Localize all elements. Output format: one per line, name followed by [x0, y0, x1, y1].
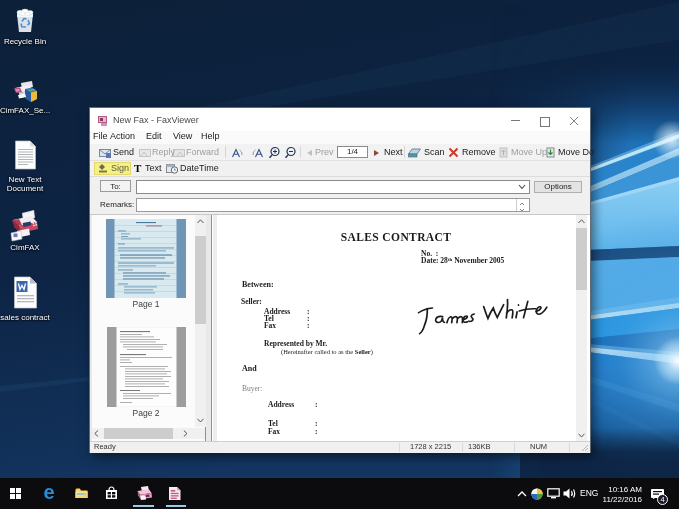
svg-text:10:16 AM: 10:16 AM [608, 485, 642, 494]
svg-text:11/22/2016: 11/22/2016 [603, 495, 643, 504]
